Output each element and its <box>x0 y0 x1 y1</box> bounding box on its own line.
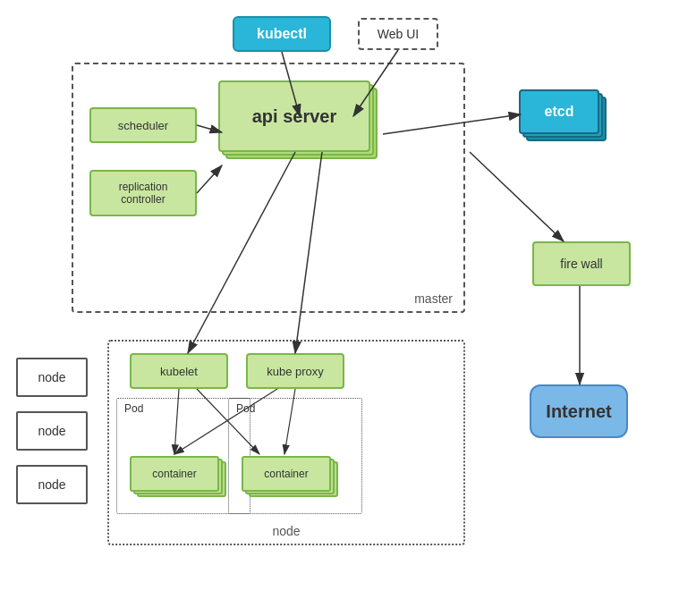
replication-label: replicationcontroller <box>119 181 168 206</box>
kubectl-box: kubectl <box>233 16 331 52</box>
node-box-1: node <box>16 358 88 397</box>
node-box-3: node <box>16 465 88 504</box>
node-label-2: node <box>38 424 65 438</box>
firewall-box: fire wall <box>532 241 631 286</box>
node-label-1: node <box>38 370 65 384</box>
node-label-3: node <box>38 477 65 492</box>
kubeproxy-label: kube proxy <box>267 365 324 378</box>
kubeproxy-box: kube proxy <box>246 353 344 389</box>
master-label: master <box>414 291 453 306</box>
container2-front: container <box>242 456 331 492</box>
api-server-front: api server <box>218 80 370 152</box>
container1-front: container <box>130 456 219 492</box>
etcd-front: etcd <box>519 89 599 134</box>
pod2-label: Pod <box>236 402 255 415</box>
kubelet-label: kubelet <box>160 365 198 378</box>
node-container-label: node <box>272 524 300 538</box>
internet-box: Internet <box>530 384 628 438</box>
container2-label: container <box>264 468 308 480</box>
kubectl-label: kubectl <box>257 26 307 42</box>
webui-label: Web UI <box>378 27 419 41</box>
replication-box: replicationcontroller <box>89 170 197 216</box>
scheduler-label: scheduler <box>118 119 168 132</box>
scheduler-box: scheduler <box>89 107 197 143</box>
kubelet-box: kubelet <box>130 353 228 389</box>
firewall-label: fire wall <box>560 257 602 271</box>
diagram: kubectl Web UI master scheduler replicat… <box>0 0 696 616</box>
api-server-label: api server <box>252 106 337 127</box>
node-box-2: node <box>16 411 88 451</box>
svg-line-8 <box>470 152 564 241</box>
webui-box: Web UI <box>358 18 438 50</box>
etcd-label: etcd <box>545 104 574 120</box>
pod1-label: Pod <box>124 402 143 415</box>
internet-label: Internet <box>546 401 611 422</box>
container1-label: container <box>152 468 196 480</box>
